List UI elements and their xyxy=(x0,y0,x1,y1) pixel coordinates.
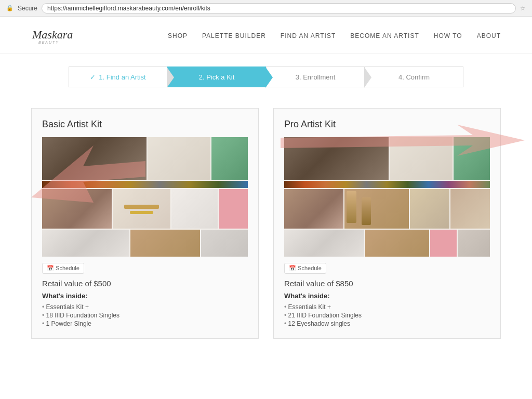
pro-img-green xyxy=(454,137,490,180)
pro-retail-value: Retail value of $850 xyxy=(284,279,490,288)
pro-kit-image xyxy=(284,137,490,257)
page-wrapper: 🔒 Secure https://iammichellegifford.mask… xyxy=(0,0,532,347)
basic-img-products xyxy=(201,230,248,257)
pro-img-extra xyxy=(450,189,490,229)
pro-schedule-badge[interactable]: 📅 Schedule xyxy=(284,263,326,274)
star-icon[interactable]: ☆ xyxy=(520,5,526,12)
basic-img-white xyxy=(171,189,218,229)
pro-img-brushes-large xyxy=(344,189,409,229)
pro-feature-1: Essentials Kit + xyxy=(284,303,490,311)
basic-feature-3: 1 Powder Single xyxy=(42,320,248,328)
url-bar[interactable]: https://iammichellegifford.maskarabeauty… xyxy=(42,3,516,14)
lock-icon: 🔒 xyxy=(6,5,14,11)
pro-img-faces xyxy=(284,189,343,229)
secure-label: Secure xyxy=(18,5,37,12)
browser-bar: 🔒 Secure https://iammichellegifford.mask… xyxy=(0,0,532,17)
step-enrollment[interactable]: 3. Enrollment xyxy=(266,66,365,87)
pro-img-marble xyxy=(284,230,364,257)
basic-kit-card[interactable]: Basic Artist Kit xyxy=(31,108,259,339)
pro-feature-3: 12 Eyeshadow singles xyxy=(284,320,490,328)
step-confirm[interactable]: 4. Confirm xyxy=(365,66,463,87)
nav-find-artist[interactable]: FIND AN ARTIST xyxy=(281,32,336,39)
basic-img-makeup xyxy=(113,189,170,229)
pro-swatches xyxy=(284,181,490,188)
navbar: Maskara BEAUTY SHOP PALETTE BUILDER FIND… xyxy=(0,17,532,54)
basic-schedule-badge[interactable]: 📅 Schedule xyxy=(42,263,84,274)
pro-kit-title: Pro Artist Kit xyxy=(284,119,490,130)
nav-palette-builder[interactable]: PALETTE BUILDER xyxy=(202,32,266,39)
pro-img-palette xyxy=(458,230,490,257)
pro-img-docs xyxy=(390,137,453,180)
pro-img-people xyxy=(284,137,389,180)
basic-img-brushes xyxy=(130,230,200,257)
basic-img-pink xyxy=(219,189,248,229)
basic-kit-title: Basic Artist Kit xyxy=(42,119,248,130)
svg-text:Maskara: Maskara xyxy=(32,28,73,41)
nav-shop[interactable]: SHOP xyxy=(168,32,188,39)
basic-kit-image xyxy=(42,137,248,257)
pro-img-pink xyxy=(430,230,457,257)
step-find-artist[interactable]: ✓ 1. Find an Artist xyxy=(69,66,167,87)
basic-feature-1: Essentials Kit + xyxy=(42,303,248,311)
nav-about[interactable]: ABOUT xyxy=(477,32,501,39)
basic-features: Essentials Kit + 18 IIID Foundation Sing… xyxy=(42,303,248,328)
pro-feature-2: 21 IIID Foundation Singles xyxy=(284,311,490,320)
steps-container: ✓ 1. Find an Artist 2. Pick a Kit 3. Enr… xyxy=(0,54,532,100)
pro-kit-card[interactable]: Pro Artist Kit xyxy=(273,108,501,339)
logo[interactable]: Maskara BEAUTY xyxy=(31,24,73,47)
basic-img-docs xyxy=(148,137,210,180)
pro-features: Essentials Kit + 21 IIID Foundation Sing… xyxy=(284,303,490,328)
basic-feature-2: 18 IIID Foundation Singles xyxy=(42,311,248,320)
basic-img-green xyxy=(211,137,248,180)
basic-retail-value: Retail value of $500 xyxy=(42,279,248,288)
basic-whats-inside: What's inside: xyxy=(42,292,248,300)
pro-img-product-bottle xyxy=(410,189,449,229)
nav-become-artist[interactable]: BECOME AN ARTIST xyxy=(350,32,419,39)
nav-how-to[interactable]: HOW TO xyxy=(434,32,462,39)
main-content: Basic Artist Kit xyxy=(0,100,532,347)
basic-img-people xyxy=(42,137,147,180)
basic-img-marble xyxy=(42,230,129,257)
nav-links: SHOP PALETTE BUILDER FIND AN ARTIST BECO… xyxy=(168,31,501,39)
check-icon: ✓ xyxy=(90,73,96,81)
basic-img-faces xyxy=(42,189,112,229)
basic-swatches xyxy=(42,181,248,188)
pro-whats-inside: What's inside: xyxy=(284,292,490,300)
step-pick-kit[interactable]: 2. Pick a Kit xyxy=(167,66,266,87)
pro-img-brushes2 xyxy=(365,230,429,257)
svg-text:BEAUTY: BEAUTY xyxy=(38,41,59,44)
